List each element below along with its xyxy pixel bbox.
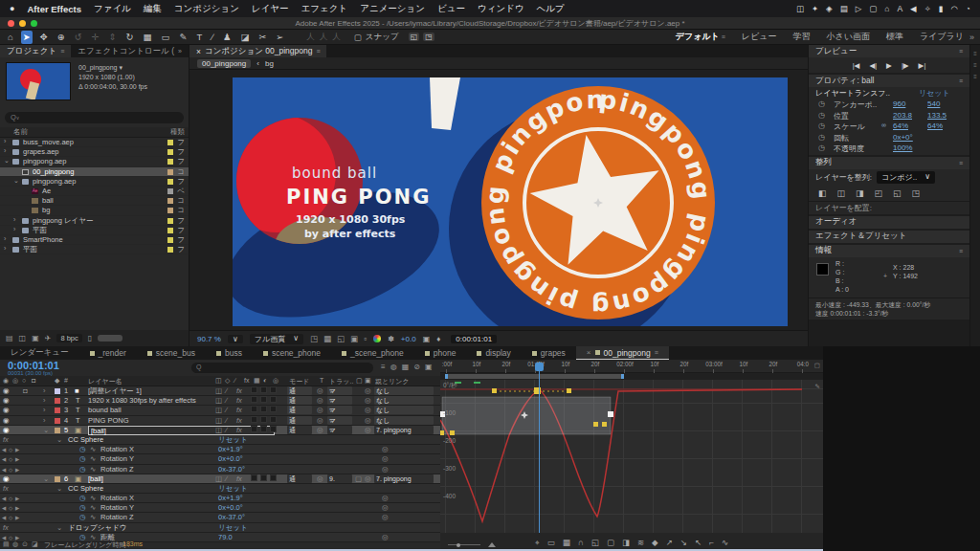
previous-keyframe-icon[interactable]: ◀ bbox=[2, 465, 6, 474]
effects-presets-panel-header[interactable]: エフェクト＆プリセット bbox=[809, 231, 969, 243]
align-button-icon[interactable]: ◫ bbox=[837, 188, 846, 198]
resolution-select[interactable]: フル画質∨ bbox=[250, 334, 303, 344]
label-color-chip[interactable] bbox=[167, 149, 173, 155]
timeline-view-icon[interactable]: ◍ bbox=[390, 363, 397, 371]
workspace-tab-小さい画面[interactable]: 小さい画面 bbox=[827, 31, 870, 43]
layer-switch-icon[interactable]: ∕ bbox=[226, 406, 227, 415]
align-button-icon[interactable]: ◨ bbox=[856, 188, 864, 198]
puppet-pin-tool[interactable]: ➢ bbox=[274, 31, 285, 44]
property-value[interactable]: 0x-37.0° bbox=[218, 465, 245, 474]
layer-switch-icon[interactable]: ◫ bbox=[215, 406, 222, 415]
panel-menu-icon[interactable]: ≡ bbox=[60, 48, 64, 55]
layer-switch-cell[interactable] bbox=[270, 406, 277, 412]
timeline-tab-display[interactable]: display bbox=[466, 346, 521, 360]
snapshot-icon[interactable]: ▣ bbox=[423, 335, 431, 343]
snap-option-icon[interactable]: ◳ bbox=[423, 33, 434, 41]
expression-pickwhip-icon[interactable]: ◎ bbox=[382, 465, 389, 474]
workspace-tab-標準[interactable]: 標準 bbox=[886, 31, 903, 43]
parent-pickwhip-icon[interactable]: ◎ bbox=[365, 396, 371, 406]
preserve-transparency-icon[interactable]: ◎ bbox=[317, 406, 323, 415]
label-color-chip[interactable] bbox=[167, 188, 173, 194]
preserve-transparency-icon[interactable]: ◎ bbox=[317, 474, 323, 484]
layer-name[interactable]: [ball] bbox=[88, 474, 103, 484]
previous-keyframe-icon[interactable]: ◀ bbox=[2, 454, 6, 464]
work-area[interactable] bbox=[440, 373, 823, 380]
property-row[interactable]: ◷アンカーポ..960540 bbox=[809, 99, 969, 111]
timeline-layer-row[interactable]: ◉›4TPING PONG◫∕fx通 ∨◎マ ∨◎なし ∨ bbox=[0, 416, 440, 426]
timeline-property-row[interactable]: ◀◇▶◷∿Rotation Y0x+0.0°◎ bbox=[0, 454, 440, 464]
project-item[interactable]: ›平面フ bbox=[0, 226, 189, 235]
panel-menu-icon[interactable]: ≡ bbox=[655, 349, 658, 356]
property-value[interactable]: 0x+0.0° bbox=[218, 454, 243, 464]
layer-switch-cell[interactable] bbox=[260, 474, 267, 481]
timeline-layer-row[interactable]: ◉⌄6▣[ball]◫∕fx通 ∨◎9. ∨▢◎7. pingpong ∨ bbox=[0, 474, 440, 484]
parent-pickwhip-icon[interactable]: ◎ bbox=[365, 426, 371, 435]
new-composition-icon[interactable]: ▣ bbox=[32, 334, 39, 342]
matte-toggle-icon[interactable]: ▢ bbox=[355, 474, 362, 484]
property-value[interactable]: 960 bbox=[893, 99, 905, 108]
eraser-tool[interactable]: ◪ bbox=[238, 31, 251, 44]
effect-name[interactable]: CC Sphere bbox=[68, 484, 103, 494]
menubar-item[interactable]: エフェクト bbox=[301, 3, 348, 15]
project-item-name[interactable]: 平面 bbox=[23, 245, 37, 254]
color-depth-button[interactable]: 8 bpc bbox=[56, 334, 81, 342]
project-item[interactable]: ›pingpong レイヤーフ bbox=[0, 216, 189, 226]
layer-switch-cell[interactable] bbox=[251, 386, 257, 393]
transform-reset-button[interactable]: リセット bbox=[919, 88, 950, 99]
project-item-name[interactable]: 平面 bbox=[33, 226, 47, 235]
layer-switch-cell[interactable] bbox=[260, 386, 267, 393]
stopwatch-icon[interactable]: ◷ bbox=[79, 513, 86, 522]
workspace-menu-icon[interactable]: ≡ bbox=[720, 33, 725, 40]
align-button-icon[interactable]: ◰ bbox=[875, 188, 883, 198]
next-keyframe-icon[interactable]: ▶ bbox=[15, 513, 19, 522]
blend-mode-select[interactable]: 通 ∨ bbox=[287, 416, 312, 425]
project-list-header[interactable]: 名前 種類 bbox=[0, 127, 189, 138]
stopwatch-icon[interactable]: ◷ bbox=[79, 494, 86, 503]
graph-toggle-icon[interactable]: ∿ bbox=[90, 494, 96, 503]
audio-panel-header[interactable]: オーディオ bbox=[809, 216, 969, 229]
timeline-footer-icon[interactable]: ◪ bbox=[32, 540, 38, 548]
preserve-transparency-icon[interactable]: ◎ bbox=[317, 416, 323, 426]
parent-select[interactable]: なし ∨ bbox=[374, 396, 434, 405]
twirl-icon[interactable]: › bbox=[4, 138, 6, 144]
property-row[interactable]: ◷スケール∞64%64% bbox=[809, 121, 969, 133]
project-item[interactable]: ⌄pingpong.aepフ bbox=[0, 177, 189, 187]
stopwatch-icon[interactable]: ◷ bbox=[818, 111, 825, 120]
timeline-footer-icon[interactable]: ▤ bbox=[3, 540, 10, 548]
layer-switch-cell[interactable] bbox=[260, 426, 267, 432]
preserve-transparency-icon[interactable]: ◎ bbox=[317, 426, 323, 435]
layer-name[interactable]: bound ball bbox=[88, 406, 122, 415]
property-row[interactable]: ◷不透明度100% bbox=[809, 143, 969, 155]
twirl-icon[interactable]: ⌄ bbox=[56, 435, 62, 445]
panel-menu-icon[interactable]: ≡ bbox=[959, 248, 963, 254]
status-icon[interactable]: ▤ bbox=[840, 4, 848, 13]
project-item-name[interactable]: bg bbox=[42, 206, 50, 214]
label-color-chip[interactable] bbox=[55, 388, 60, 394]
layer-switch-cell[interactable] bbox=[251, 416, 257, 423]
parent-pickwhip-icon[interactable]: ◎ bbox=[365, 474, 371, 484]
twirl-icon[interactable]: ⌄ bbox=[13, 177, 19, 185]
property-value[interactable]: 64% bbox=[927, 121, 943, 130]
track-matte-select[interactable]: マ ∨ bbox=[327, 386, 352, 395]
blend-mode-select[interactable]: 通 ∨ bbox=[287, 406, 312, 414]
rotate-tool[interactable]: ↻ bbox=[124, 31, 136, 44]
status-icon[interactable]: ✦ bbox=[812, 4, 818, 13]
property-value[interactable]: 0x+1.9° bbox=[218, 494, 243, 503]
playhead-grabber[interactable] bbox=[535, 363, 544, 371]
type-tool[interactable]: T bbox=[194, 31, 204, 44]
stopwatch-icon[interactable]: ◷ bbox=[818, 121, 825, 130]
project-item-name[interactable]: pingpong.aep bbox=[23, 157, 66, 165]
twirl-icon[interactable]: ⌄ bbox=[56, 484, 62, 494]
brush-tool[interactable]: ∕ bbox=[210, 31, 215, 44]
status-icon[interactable]: ⌂ bbox=[884, 4, 889, 13]
project-flowchart-icon[interactable]: ✈ bbox=[45, 334, 52, 342]
timeline-tab-_scene_phone[interactable]: _scene_phone bbox=[331, 346, 414, 360]
new-folder-icon[interactable]: ◫ bbox=[19, 334, 27, 342]
graph-toggle-icon[interactable]: ∿ bbox=[90, 503, 96, 513]
effect-reset-button[interactable]: リセット bbox=[218, 523, 248, 533]
menubar-item[interactable]: ウィンドウ bbox=[478, 3, 524, 15]
status-icon[interactable]: ◈ bbox=[826, 4, 833, 13]
panel-menu-icon[interactable]: ≡ bbox=[973, 62, 977, 68]
menubar-item[interactable]: ファイル bbox=[94, 3, 131, 15]
project-item-name[interactable]: grapes.aep bbox=[23, 147, 59, 156]
